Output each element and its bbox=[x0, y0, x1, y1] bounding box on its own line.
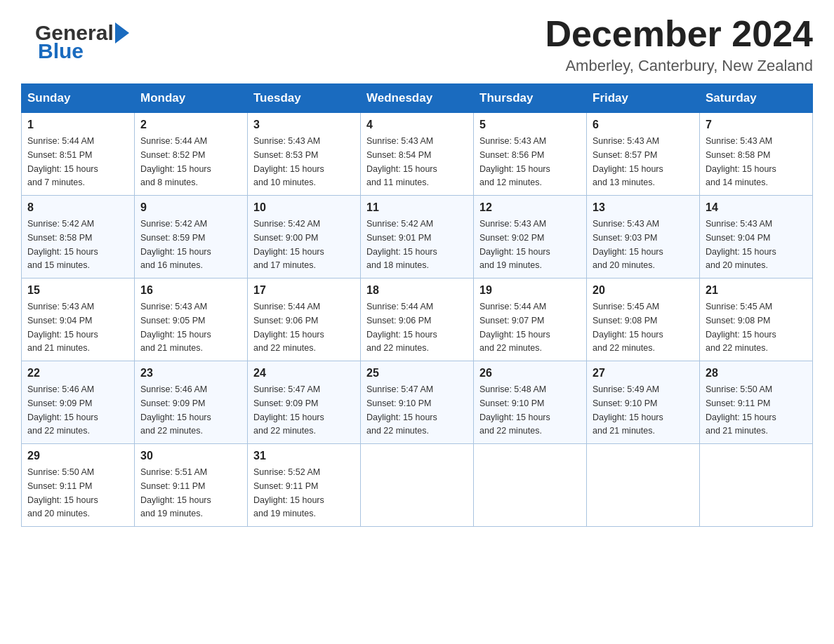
day-number: 21 bbox=[706, 284, 807, 297]
calendar-day-cell: 28 Sunrise: 5:50 AMSunset: 9:11 PMDaylig… bbox=[700, 361, 813, 444]
calendar-day-cell: 23 Sunrise: 5:46 AMSunset: 9:09 PMDaylig… bbox=[135, 361, 248, 444]
location-label: Amberley, Canterbury, New Zealand bbox=[131, 57, 813, 75]
calendar-day-cell: 19 Sunrise: 5:44 AMSunset: 9:07 PMDaylig… bbox=[474, 279, 587, 361]
day-info: Sunrise: 5:47 AMSunset: 9:09 PMDaylight:… bbox=[253, 384, 324, 436]
svg-marker-1 bbox=[115, 22, 129, 43]
day-info: Sunrise: 5:48 AMSunset: 9:10 PMDaylight:… bbox=[479, 384, 550, 436]
day-info: Sunrise: 5:43 AMSunset: 8:58 PMDaylight:… bbox=[706, 136, 776, 187]
day-number: 31 bbox=[253, 450, 355, 462]
calendar-day-cell bbox=[474, 444, 587, 527]
day-info: Sunrise: 5:43 AMSunset: 9:02 PMDaylight:… bbox=[479, 219, 550, 270]
day-info: Sunrise: 5:43 AMSunset: 9:05 PMDaylight:… bbox=[140, 302, 211, 353]
day-number: 27 bbox=[593, 367, 694, 380]
day-info: Sunrise: 5:43 AMSunset: 8:56 PMDaylight:… bbox=[479, 136, 550, 187]
day-info: Sunrise: 5:44 AMSunset: 8:51 PMDaylight:… bbox=[27, 136, 98, 187]
day-number: 25 bbox=[366, 367, 468, 380]
calendar-table: Sunday Monday Tuesday Wednesday Thursday… bbox=[21, 83, 813, 527]
calendar-day-cell: 9 Sunrise: 5:42 AMSunset: 8:59 PMDayligh… bbox=[135, 196, 248, 279]
day-number: 14 bbox=[706, 201, 807, 214]
day-number: 23 bbox=[140, 367, 241, 380]
col-thursday: Thursday bbox=[474, 84, 587, 113]
day-info: Sunrise: 5:51 AMSunset: 9:11 PMDaylight:… bbox=[140, 467, 211, 518]
calendar-week-row: 1 Sunrise: 5:44 AMSunset: 8:51 PMDayligh… bbox=[22, 113, 813, 196]
day-number: 15 bbox=[27, 284, 128, 297]
day-info: Sunrise: 5:45 AMSunset: 9:08 PMDaylight:… bbox=[706, 302, 776, 353]
title-area: December 2024 Amberley, Canterbury, New … bbox=[131, 14, 813, 75]
day-number: 13 bbox=[593, 201, 694, 214]
calendar-day-cell: 7 Sunrise: 5:43 AMSunset: 8:58 PMDayligh… bbox=[700, 113, 813, 196]
day-info: Sunrise: 5:42 AMSunset: 8:58 PMDaylight:… bbox=[27, 219, 98, 270]
day-info: Sunrise: 5:46 AMSunset: 9:09 PMDaylight:… bbox=[27, 384, 98, 436]
calendar-week-row: 8 Sunrise: 5:42 AMSunset: 8:58 PMDayligh… bbox=[22, 196, 813, 279]
logo-arrow-icon bbox=[115, 22, 129, 43]
day-info: Sunrise: 5:44 AMSunset: 9:07 PMDaylight:… bbox=[479, 302, 550, 353]
calendar-day-cell bbox=[587, 444, 700, 527]
calendar-day-cell: 11 Sunrise: 5:42 AMSunset: 9:01 PMDaylig… bbox=[361, 196, 474, 279]
logo-wrapper: General Blue bbox=[35, 21, 131, 63]
day-info: Sunrise: 5:43 AMSunset: 8:57 PMDaylight:… bbox=[593, 136, 663, 187]
day-info: Sunrise: 5:44 AMSunset: 9:06 PMDaylight:… bbox=[366, 302, 437, 353]
col-friday: Friday bbox=[587, 84, 700, 113]
col-saturday: Saturday bbox=[700, 84, 813, 113]
calendar-day-cell: 1 Sunrise: 5:44 AMSunset: 8:51 PMDayligh… bbox=[22, 113, 135, 196]
calendar-week-row: 15 Sunrise: 5:43 AMSunset: 9:04 PMDaylig… bbox=[22, 279, 813, 361]
col-tuesday: Tuesday bbox=[248, 84, 361, 113]
calendar-day-cell: 4 Sunrise: 5:43 AMSunset: 8:54 PMDayligh… bbox=[361, 113, 474, 196]
day-number: 10 bbox=[253, 201, 355, 214]
calendar-day-cell: 8 Sunrise: 5:42 AMSunset: 8:58 PMDayligh… bbox=[22, 196, 135, 279]
day-info: Sunrise: 5:42 AMSunset: 9:01 PMDaylight:… bbox=[366, 219, 437, 270]
day-number: 30 bbox=[140, 450, 241, 462]
day-number: 29 bbox=[27, 450, 128, 462]
calendar-day-cell: 27 Sunrise: 5:49 AMSunset: 9:10 PMDaylig… bbox=[587, 361, 700, 444]
day-number: 9 bbox=[140, 201, 241, 214]
calendar-week-row: 29 Sunrise: 5:50 AMSunset: 9:11 PMDaylig… bbox=[22, 444, 813, 527]
calendar-header-row: Sunday Monday Tuesday Wednesday Thursday… bbox=[22, 84, 813, 113]
calendar-day-cell: 6 Sunrise: 5:43 AMSunset: 8:57 PMDayligh… bbox=[587, 113, 700, 196]
day-info: Sunrise: 5:43 AMSunset: 8:53 PMDaylight:… bbox=[253, 136, 324, 187]
calendar-day-cell: 29 Sunrise: 5:50 AMSunset: 9:11 PMDaylig… bbox=[22, 444, 135, 527]
calendar-day-cell: 18 Sunrise: 5:44 AMSunset: 9:06 PMDaylig… bbox=[361, 279, 474, 361]
page-header: General General Blue December 2024 Amber… bbox=[21, 14, 813, 75]
day-info: Sunrise: 5:42 AMSunset: 8:59 PMDaylight:… bbox=[140, 219, 211, 270]
day-info: Sunrise: 5:44 AMSunset: 9:06 PMDaylight:… bbox=[253, 302, 324, 353]
day-number: 2 bbox=[140, 119, 241, 131]
day-number: 8 bbox=[27, 201, 128, 214]
calendar-day-cell bbox=[700, 444, 813, 527]
day-number: 6 bbox=[593, 119, 694, 131]
day-info: Sunrise: 5:46 AMSunset: 9:09 PMDaylight:… bbox=[140, 384, 211, 436]
calendar-day-cell: 10 Sunrise: 5:42 AMSunset: 9:00 PMDaylig… bbox=[248, 196, 361, 279]
day-info: Sunrise: 5:43 AMSunset: 9:04 PMDaylight:… bbox=[706, 219, 776, 270]
day-info: Sunrise: 5:42 AMSunset: 9:00 PMDaylight:… bbox=[253, 219, 324, 270]
day-number: 4 bbox=[366, 119, 468, 131]
calendar-day-cell: 2 Sunrise: 5:44 AMSunset: 8:52 PMDayligh… bbox=[135, 113, 248, 196]
day-number: 26 bbox=[479, 367, 581, 380]
month-title: December 2024 bbox=[131, 14, 813, 54]
calendar-day-cell: 25 Sunrise: 5:47 AMSunset: 9:10 PMDaylig… bbox=[361, 361, 474, 444]
calendar-day-cell: 21 Sunrise: 5:45 AMSunset: 9:08 PMDaylig… bbox=[700, 279, 813, 361]
day-number: 18 bbox=[366, 284, 468, 297]
calendar-day-cell: 26 Sunrise: 5:48 AMSunset: 9:10 PMDaylig… bbox=[474, 361, 587, 444]
day-number: 17 bbox=[253, 284, 355, 297]
day-info: Sunrise: 5:43 AMSunset: 8:54 PMDaylight:… bbox=[366, 136, 437, 187]
day-number: 19 bbox=[479, 284, 581, 297]
calendar-day-cell bbox=[361, 444, 474, 527]
day-number: 1 bbox=[27, 119, 128, 131]
day-info: Sunrise: 5:43 AMSunset: 9:03 PMDaylight:… bbox=[593, 219, 663, 270]
calendar-day-cell: 30 Sunrise: 5:51 AMSunset: 9:11 PMDaylig… bbox=[135, 444, 248, 527]
day-info: Sunrise: 5:52 AMSunset: 9:11 PMDaylight:… bbox=[253, 467, 324, 518]
day-number: 5 bbox=[479, 119, 581, 131]
day-number: 3 bbox=[253, 119, 355, 131]
day-info: Sunrise: 5:45 AMSunset: 9:08 PMDaylight:… bbox=[593, 302, 663, 353]
day-info: Sunrise: 5:47 AMSunset: 9:10 PMDaylight:… bbox=[366, 384, 437, 436]
col-monday: Monday bbox=[135, 84, 248, 113]
calendar-day-cell: 31 Sunrise: 5:52 AMSunset: 9:11 PMDaylig… bbox=[248, 444, 361, 527]
day-number: 20 bbox=[593, 284, 694, 297]
day-info: Sunrise: 5:50 AMSunset: 9:11 PMDaylight:… bbox=[706, 384, 776, 436]
calendar-day-cell: 5 Sunrise: 5:43 AMSunset: 8:56 PMDayligh… bbox=[474, 113, 587, 196]
day-number: 12 bbox=[479, 201, 581, 214]
day-number: 28 bbox=[706, 367, 807, 380]
calendar-day-cell: 24 Sunrise: 5:47 AMSunset: 9:09 PMDaylig… bbox=[248, 361, 361, 444]
day-info: Sunrise: 5:44 AMSunset: 8:52 PMDaylight:… bbox=[140, 136, 211, 187]
day-info: Sunrise: 5:49 AMSunset: 9:10 PMDaylight:… bbox=[593, 384, 663, 436]
col-wednesday: Wednesday bbox=[361, 84, 474, 113]
